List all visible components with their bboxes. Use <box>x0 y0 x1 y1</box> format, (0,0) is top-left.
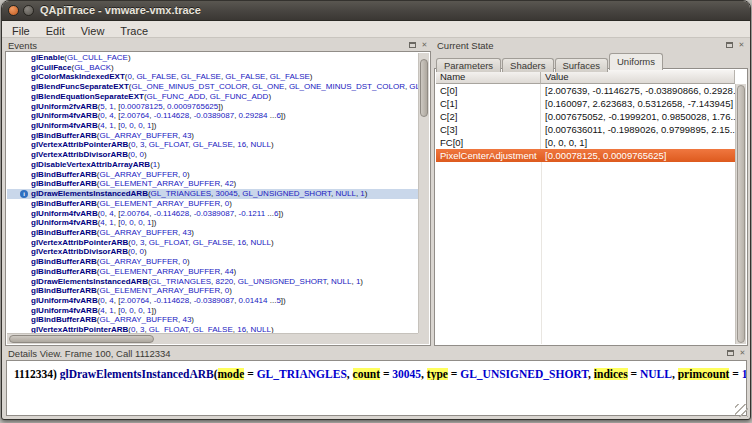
uniform-row[interactable]: C[1][0.160097, 2.623683, 0.5312658, -7.1… <box>436 97 735 110</box>
event-row[interactable]: glUniform4fvARB(0, 4, [2.00764, -0.11462… <box>7 296 418 306</box>
event-row[interactable]: glUniform4fvARB(0, 4, [2.00764, -0.11462… <box>7 209 418 219</box>
detail-segment-pl: , <box>588 368 594 380</box>
detail-segment-pl: = <box>380 368 392 380</box>
event-row[interactable]: glDisableVertexAttribArrayARB(1) <box>7 160 418 170</box>
resize-grip[interactable] <box>735 404 748 417</box>
events-float-icon[interactable] <box>408 41 417 50</box>
uniform-name: FC[0] <box>436 136 541 149</box>
event-call-text: glUniform4fvARB(4, 1, [0, 0, 0, 1]) <box>31 121 156 130</box>
events-horizontal-scrollbar-thumb[interactable] <box>9 335 154 343</box>
title-bar[interactable]: QApiTrace - vmware-vmx.trace <box>2 1 750 21</box>
event-row[interactable]: glBindBufferARB(GL_ARRAY_BUFFER, 43) <box>7 228 418 238</box>
event-call-text: glBlendFuncSeparateEXT(GL_ONE_MINUS_DST_… <box>31 82 418 91</box>
detail-segment-pl: = <box>729 368 741 380</box>
tab-surfaces[interactable]: Surfaces <box>555 58 609 72</box>
events-close-icon[interactable]: ✕ <box>420 41 429 50</box>
uniforms-table-header: Name Value <box>436 70 735 84</box>
event-row[interactable]: glVertexAttribPointerARB(0, 3, GL_FLOAT,… <box>7 238 418 248</box>
event-call-text: glBindBufferARB(GL_ARRAY_BUFFER, 43) <box>31 315 194 324</box>
details-panel-header: Details View. Frame 100, Call 1112334 ✕ <box>5 348 749 359</box>
current-state-title: Current State <box>437 40 494 51</box>
uniforms-table: Name Value C[0][2.007639, -0.1146275, -0… <box>434 68 748 346</box>
event-call-text: glUniform4fvARB(0, 4, [2.00764, -0.11462… <box>31 111 286 120</box>
events-panel-header: Events ✕ <box>5 40 431 51</box>
event-row[interactable]: glBindBufferARB(GL_ELEMENT_ARRAY_BUFFER,… <box>7 179 418 189</box>
event-call-text: glCullFace(GL_BACK) <box>31 63 114 72</box>
event-call-text: glColorMaskIndexedEXT(0, GL_FALSE, GL_FA… <box>31 72 313 81</box>
tab-shaders[interactable]: Shaders <box>502 58 553 72</box>
menu-bar: FileEditViewTrace <box>2 21 750 38</box>
event-row[interactable]: glBindBufferARB(GL_ARRAY_BUFFER, 43) <box>7 315 418 325</box>
event-row[interactable]: glEnable(GL_CULL_FACE) <box>7 53 418 63</box>
uniform-row[interactable]: C[3][0.007636011, -0.1989026, 0.9799895,… <box>436 123 735 136</box>
detail-segment-arg: primcount <box>678 368 730 380</box>
menu-trace[interactable]: Trace <box>112 23 156 39</box>
event-row[interactable]: glUniform4fvARB(4, 1, [0, 0, 0, 1]) <box>7 218 418 228</box>
uniform-name: C[3] <box>436 123 541 136</box>
event-row[interactable]: glDrawElementsInstancedARB(GL_TRIANGLES,… <box>7 277 418 287</box>
details-panel: Details View. Frame 100, Call 1112334 ✕ … <box>5 348 749 418</box>
event-row[interactable]: glBindBufferARB(GL_ARRAY_BUFFER, 43) <box>7 131 418 141</box>
uniform-value: [0.00078125, 0.0009765625] <box>541 149 735 162</box>
events-vertical-scrollbar[interactable] <box>418 53 429 333</box>
event-call-text: glBindBufferARB(GL_ARRAY_BUFFER, 0) <box>31 257 190 266</box>
event-row[interactable]: glBlendEquationSeparateEXT(GL_FUNC_ADD, … <box>7 92 418 102</box>
event-row[interactable]: glBindBufferARB(GL_ELEMENT_ARRAY_BUFFER,… <box>7 267 418 277</box>
event-row[interactable]: glUniform2fvARB(5, 1, [0.00078125, 0.000… <box>7 102 418 112</box>
event-row[interactable]: glBlendFuncSeparateEXT(GL_ONE_MINUS_DST_… <box>7 82 418 92</box>
call-details-text: 1112334) glDrawElementsInstancedARB(mode… <box>7 361 746 380</box>
event-row[interactable]: glUniform4fvARB(4, 1, [0, 0, 0, 1]) <box>7 121 418 131</box>
uniform-row[interactable]: C[2][0.007675052, -0.1999201, 0.9850028,… <box>436 110 735 123</box>
scrollbar-corner <box>418 333 429 344</box>
details-float-icon[interactable] <box>726 349 735 358</box>
detail-segment-pl: = <box>448 368 460 380</box>
event-row[interactable]: glBindBufferARB(GL_ELEMENT_ARRAY_BUFFER,… <box>7 199 418 209</box>
event-row[interactable]: glBindBufferARB(GL_ELEMENT_ARRAY_BUFFER,… <box>7 286 418 296</box>
event-call-text: glUniform2fvARB(5, 1, [0.00078125, 0.000… <box>31 102 223 111</box>
events-panel-title: Events <box>8 40 37 51</box>
menu-view[interactable]: View <box>73 23 113 39</box>
event-call-text: glVertexAttribPointerARB(0, 3, GL_FLOAT,… <box>31 238 274 247</box>
detail-segment-arg: count <box>353 368 380 380</box>
details-view[interactable]: 1112334) glDrawElementsInstancedARB(mode… <box>6 360 747 416</box>
menu-edit[interactable]: Edit <box>38 23 73 39</box>
event-row[interactable]: glUniform4fvARB(0, 4, [2.00764, -0.11462… <box>7 111 418 121</box>
tab-uniforms[interactable]: Uniforms <box>609 53 663 70</box>
event-row[interactable]: glBindBufferARB(GL_ARRAY_BUFFER, 0) <box>7 257 418 267</box>
event-row[interactable]: glVertexAttribDivisorARB(0, 0) <box>7 150 418 160</box>
event-call-text: glBindBufferARB(GL_ELEMENT_ARRAY_BUFFER,… <box>31 199 232 208</box>
details-close-icon[interactable]: ✕ <box>738 349 747 358</box>
uniform-value: [2.007639, -0.1146275, -0.03890866, 0.29… <box>541 84 735 97</box>
detail-segment-val: GL_UNSIGNED_SHORT <box>460 368 588 380</box>
event-row[interactable]: glVertexAttribPointerARB(0, 3, GL_FLOAT,… <box>7 140 418 150</box>
event-call-text: glBindBufferARB(GL_ARRAY_BUFFER, 0) <box>31 170 190 179</box>
state-close-icon[interactable]: ✕ <box>737 41 746 50</box>
event-row[interactable]: glVertexAttribPointerARB(0, 3, GL_FLOAT,… <box>7 325 418 333</box>
event-row[interactable]: glUniform4fvARB(4, 1, [0, 0, 0, 1]) <box>7 306 418 316</box>
detail-segment-val: NULL <box>640 368 672 380</box>
uniform-row[interactable]: C[0][2.007639, -0.1146275, -0.03890866, … <box>436 84 735 97</box>
events-vertical-scrollbar-thumb[interactable] <box>420 59 428 117</box>
menu-file[interactable]: File <box>4 23 38 39</box>
event-row[interactable]: glVertexAttribDivisorARB(0, 0) <box>7 247 418 257</box>
column-header-value[interactable]: Value <box>541 70 735 84</box>
event-row[interactable]: glColorMaskIndexedEXT(0, GL_FALSE, GL_FA… <box>7 72 418 82</box>
event-row[interactable]: iglDrawElementsInstancedARB(GL_TRIANGLES… <box>7 189 418 199</box>
event-call-text: glBindBufferARB(GL_ELEMENT_ARRAY_BUFFER,… <box>31 267 236 276</box>
events-horizontal-scrollbar[interactable] <box>7 333 418 344</box>
detail-segment-pl: , <box>421 368 427 380</box>
maximize-window-button[interactable] <box>23 5 34 16</box>
event-row[interactable]: glBindBufferARB(GL_ARRAY_BUFFER, 0) <box>7 170 418 180</box>
event-call-text: glUniform4fvARB(4, 1, [0, 0, 0, 1]) <box>31 218 156 227</box>
uniforms-vertical-scrollbar-thumb[interactable] <box>737 85 745 343</box>
uniforms-vertical-scrollbar[interactable] <box>735 84 746 344</box>
event-row[interactable]: glCullFace(GL_BACK) <box>7 63 418 73</box>
uniform-row[interactable]: PixelCenterAdjustment[0.00078125, 0.0009… <box>436 149 735 162</box>
close-window-button[interactable] <box>8 5 19 16</box>
column-header-name[interactable]: Name <box>436 70 541 84</box>
uniform-row[interactable]: FC[0][0, 0, 0, 1] <box>436 136 735 149</box>
tab-parameters[interactable]: Parameters <box>436 58 501 72</box>
state-float-icon[interactable] <box>725 41 734 50</box>
detail-segment-fn: glDrawElementsInstancedARB <box>60 368 214 380</box>
detail-segment-pl: , <box>347 368 353 380</box>
